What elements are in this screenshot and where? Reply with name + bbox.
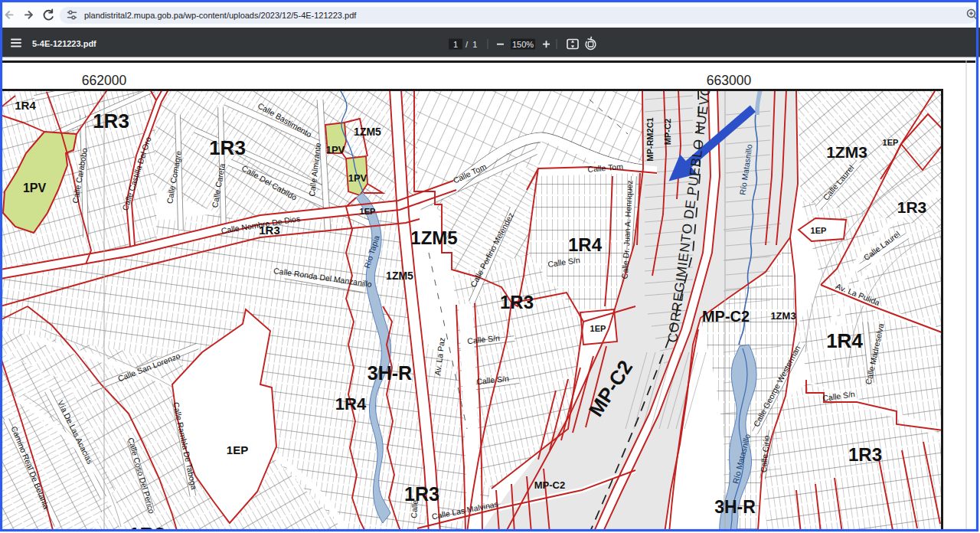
svg-text:1EP: 1EP: [227, 443, 248, 456]
svg-text:1PV: 1PV: [326, 144, 345, 155]
svg-text:1EP: 1EP: [883, 138, 899, 147]
svg-text:1R4: 1R4: [15, 99, 36, 112]
svg-text:1R3: 1R3: [848, 444, 882, 465]
svg-text:1ZM3: 1ZM3: [770, 310, 795, 322]
svg-text:1R3: 1R3: [93, 110, 129, 132]
svg-text:150%: 150%: [512, 40, 534, 49]
svg-text:1PV: 1PV: [23, 181, 47, 195]
svg-text:1: 1: [453, 40, 458, 49]
svg-text:/ 1: / 1: [466, 40, 477, 49]
svg-text:1R3: 1R3: [897, 198, 927, 216]
svg-text:1PV: 1PV: [348, 172, 368, 184]
svg-text:5-4E-121223.pdf: 5-4E-121223.pdf: [32, 39, 96, 48]
svg-text:1R4: 1R4: [335, 394, 367, 414]
svg-text:3H-R: 3H-R: [714, 497, 756, 517]
svg-text:1EP: 1EP: [360, 207, 376, 216]
svg-text:1EP: 1EP: [590, 324, 606, 333]
svg-text:MP-C2: MP-C2: [663, 119, 672, 145]
svg-text:1ZM5: 1ZM5: [354, 126, 381, 138]
svg-text:MP-C2: MP-C2: [534, 479, 565, 491]
svg-text:1ZM3: 1ZM3: [826, 143, 867, 161]
svg-text:3H-R: 3H-R: [368, 362, 412, 384]
svg-text:1R4: 1R4: [568, 234, 603, 255]
svg-text:1EP: 1EP: [811, 226, 827, 235]
svg-text:MP-RM2C1: MP-RM2C1: [645, 117, 655, 161]
svg-text:plandistrital2.mupa.gob.pa/wp-: plandistrital2.mupa.gob.pa/wp-content/up…: [84, 11, 357, 20]
svg-text:1ZM5: 1ZM5: [410, 227, 457, 248]
svg-text:1ZM5: 1ZM5: [386, 270, 413, 282]
svg-text:MP-C2: MP-C2: [702, 308, 750, 325]
svg-text:Calle: Calle: [409, 499, 420, 518]
svg-text:1R3: 1R3: [209, 136, 246, 159]
svg-text:1R3: 1R3: [500, 292, 534, 312]
svg-text:1R4: 1R4: [826, 329, 863, 352]
svg-text:662000: 662000: [82, 73, 127, 88]
svg-text:663000: 663000: [707, 73, 752, 88]
